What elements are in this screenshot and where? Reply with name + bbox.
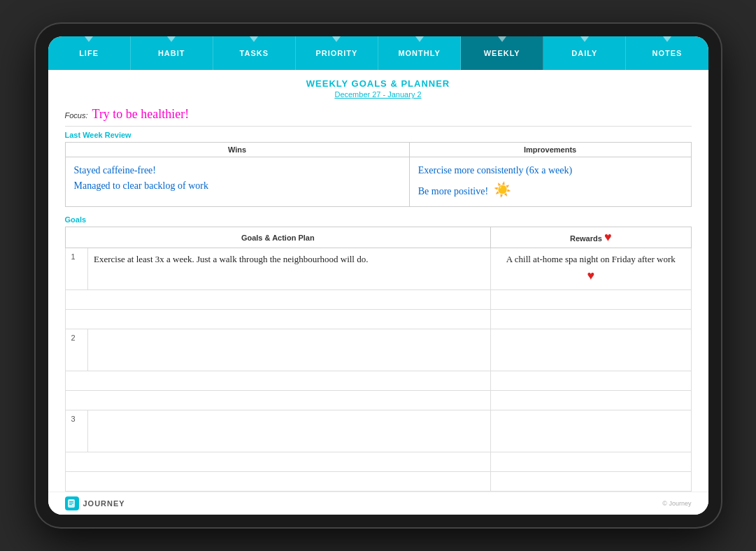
page-subtitle[interactable]: December 27 - January 2	[65, 90, 692, 99]
reward-text-3	[491, 410, 691, 452]
tab-life[interactable]: LIFE	[48, 36, 131, 70]
goals-section-label: Goals	[65, 215, 692, 224]
improvements-header: Improvements	[409, 143, 691, 157]
goal-subrow-2a	[65, 371, 691, 391]
last-week-review-label: Last Week Review	[65, 131, 692, 139]
heart-icon-header: ♥	[604, 230, 612, 244]
reward-text-1: A chill at-home spa night on Friday afte…	[491, 248, 691, 290]
goal-text-1: Exercise at least 3x a week. Just a walk…	[88, 248, 491, 290]
goal-number-1: 1	[65, 248, 88, 290]
rewards-header: Rewards ♥	[491, 227, 691, 248]
goal-row-3: 3	[65, 410, 691, 452]
wins-header: Wins	[65, 143, 409, 157]
goal-text-2	[88, 329, 491, 371]
tab-priority[interactable]: PRIORITY	[296, 36, 378, 70]
reward-text-2	[491, 329, 691, 371]
improvements-cell: Exercise more consistently (6x a week)Be…	[409, 157, 691, 207]
svg-rect-1	[69, 501, 73, 502]
goal-row-2: 2	[65, 329, 691, 371]
review-table: Wins Improvements Stayed caffeine-free! …	[65, 142, 692, 207]
tab-notes[interactable]: NOTES	[626, 36, 708, 70]
tab-habit[interactable]: HABIT	[131, 36, 213, 70]
tab-weekly[interactable]: WEEKLY	[461, 36, 543, 70]
svg-rect-3	[69, 504, 72, 505]
sun-emoji: ☀️	[494, 178, 511, 201]
tab-monthly[interactable]: MONTHLY	[378, 36, 461, 70]
goal-number-2: 2	[65, 329, 88, 371]
journey-logo-icon	[65, 496, 79, 510]
footer-copyright: © Journey	[662, 500, 691, 507]
focus-row: Focus: Try to be healthier!	[65, 107, 692, 127]
tablet-frame: LIFE HABIT TASKS PRIORITY MONTHLY WEEKLY…	[36, 24, 721, 527]
footer: JOURNEY © Journey	[48, 492, 708, 515]
tab-tasks[interactable]: TASKS	[213, 36, 296, 70]
goal-subrow-3a	[65, 452, 691, 472]
goal-subrow-1a	[65, 290, 691, 310]
tablet-screen: LIFE HABIT TASKS PRIORITY MONTHLY WEEKLY…	[48, 36, 708, 515]
page-title: WEEKLY GOALS & PLANNER	[65, 78, 692, 89]
main-content: WEEKLY GOALS & PLANNER December 27 - Jan…	[48, 70, 708, 492]
goal-subrow-1b	[65, 310, 691, 329]
goal-subrow-3b	[65, 472, 691, 492]
heart-icon-1: ♥	[587, 269, 594, 282]
goal-text-3	[88, 410, 491, 452]
goal-subrow-2b	[65, 391, 691, 410]
goal-row-1: 1 Exercise at least 3x a week. Just a wa…	[65, 248, 691, 290]
focus-label: Focus:	[65, 111, 88, 120]
goals-header: Goals & Action Plan	[65, 227, 491, 248]
goal-number-3: 3	[65, 410, 88, 452]
focus-value: Try to be healthier!	[92, 107, 190, 122]
wins-cell: Stayed caffeine-free! Managed to clear b…	[65, 157, 409, 207]
svg-rect-2	[69, 503, 73, 503]
tab-daily[interactable]: DAILY	[543, 36, 626, 70]
goals-table: Goals & Action Plan Rewards ♥ 1 Exercise…	[65, 227, 692, 492]
nav-tabs: LIFE HABIT TASKS PRIORITY MONTHLY WEEKLY…	[48, 36, 708, 70]
footer-logo: JOURNEY	[65, 496, 125, 510]
